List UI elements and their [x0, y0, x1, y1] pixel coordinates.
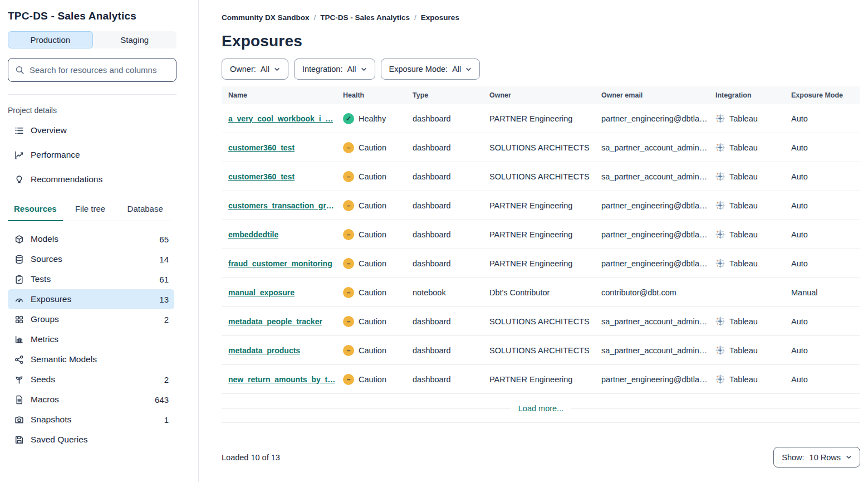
sidebar-divider — [8, 94, 176, 95]
sidebar-item-label: Performance — [31, 150, 80, 160]
exposure-name-link[interactable]: fraud_customer_monitoring — [228, 259, 332, 268]
owner-email-cell: partner_engineering@dbtla… — [595, 375, 709, 384]
exposure-mode-cell: Auto — [784, 375, 860, 384]
type-cell: dashboard — [406, 230, 483, 239]
tab-file-tree[interactable]: File tree — [63, 204, 118, 221]
column-header-exposure-mode[interactable]: Exposure Mode — [784, 91, 860, 99]
sidebar-item-saved-queries[interactable]: Saved Queries — [8, 430, 174, 450]
table-row: metadata_products – Caution dashboard SO… — [222, 336, 860, 365]
type-cell: dashboard — [406, 172, 483, 181]
tableau-icon — [715, 259, 725, 268]
load-more-link[interactable]: Load more... — [511, 404, 571, 413]
table-row: manual_exposure – Caution notebook Dbt's… — [222, 278, 860, 307]
owner-cell: PARTNER Engineering — [483, 259, 595, 268]
project-details-label: Project details — [8, 106, 190, 115]
exposure-name-link[interactable]: a_very_cool_workbook_i_… — [228, 114, 333, 123]
sidebar-item-metrics[interactable]: Metrics — [8, 329, 174, 349]
show-label: Show: — [782, 453, 804, 462]
grid-icon — [14, 315, 24, 324]
resource-count: 65 — [159, 235, 169, 244]
resource-count: 61 — [159, 275, 169, 284]
sidebar-item-label: Snapshots — [31, 415, 71, 425]
health-label: Caution — [359, 172, 386, 181]
exposure-name-link[interactable]: embeddedtile — [228, 230, 278, 239]
column-header-type[interactable]: Type — [406, 91, 483, 99]
tab-production[interactable]: Production — [8, 31, 93, 48]
exposure-name-link[interactable]: manual_exposure — [228, 288, 295, 297]
sidebar-item-models[interactable]: Models 65 — [8, 229, 174, 249]
resource-count: 2 — [164, 375, 169, 384]
exposure-name-link[interactable]: metadata_products — [228, 346, 300, 355]
sidebar-item-label: Overview — [31, 125, 67, 135]
rows-per-page-dropdown[interactable]: Show: 10 Rows — [773, 447, 860, 468]
exposure-name-link[interactable]: customers_transaction_gro… — [228, 201, 336, 210]
sidebar-item-exposures[interactable]: Exposures 13 — [8, 289, 174, 309]
sidebar-item-semantic-models[interactable]: Semantic Models — [8, 349, 174, 369]
sidebar-item-tests[interactable]: Tests 61 — [8, 269, 174, 289]
chart-line-icon — [14, 150, 24, 160]
sidebar-item-seeds[interactable]: Seeds 2 — [8, 369, 174, 390]
column-header-health[interactable]: Health — [336, 91, 406, 99]
exposure-mode-cell: Auto — [784, 114, 860, 123]
sidebar-item-label: Metrics — [31, 334, 58, 344]
health-label: Healthy — [359, 114, 386, 123]
clipboard-check-icon — [14, 275, 24, 284]
filter-value: All — [452, 65, 461, 74]
tableau-icon — [715, 143, 725, 152]
owner-filter-dropdown[interactable]: Owner: All — [222, 59, 288, 80]
sidebar-item-label: Saved Queries — [31, 435, 88, 445]
exposure-mode-cell: Manual — [784, 288, 860, 297]
breadcrumb-account[interactable]: Community DX Sandbox — [222, 13, 310, 22]
table-header-row: Name Health Type Owner Owner email Integ… — [222, 86, 860, 104]
tab-database[interactable]: Database — [117, 204, 173, 221]
type-cell: dashboard — [406, 259, 483, 268]
exposures-table: Name Health Type Owner Owner email Integ… — [222, 86, 860, 423]
exposure-name-link[interactable]: metadata_people_tracker — [228, 317, 322, 326]
sidebar-item-groups[interactable]: Groups 2 — [8, 309, 174, 329]
sidebar-item-label: Tests — [31, 274, 51, 284]
health-label: Caution — [359, 201, 386, 210]
exposure-name-link[interactable]: customer360_test — [228, 172, 295, 181]
exposure-mode-filter-dropdown[interactable]: Exposure Mode: All — [381, 59, 480, 80]
breadcrumb-project[interactable]: TPC-DS - Sales Analytics — [320, 13, 410, 22]
search-input[interactable] — [30, 65, 169, 75]
sidebar-item-label: Macros — [31, 395, 59, 405]
exposure-name-link[interactable]: new_return_amounts_by_t… — [228, 375, 335, 384]
column-header-name[interactable]: Name — [222, 91, 336, 99]
search-box[interactable] — [8, 58, 176, 82]
sidebar-item-performance[interactable]: Performance — [8, 143, 190, 167]
app-window: TPC-DS - Sales Analytics Production Stag… — [0, 0, 868, 482]
column-header-integration[interactable]: Integration — [709, 91, 784, 99]
sidebar-item-snapshots[interactable]: Snapshots 1 — [8, 410, 174, 430]
health-label: Caution — [359, 375, 386, 384]
owner-email-cell: partner_engineering@dbtla… — [595, 259, 709, 268]
sidebar-item-overview[interactable]: Overview — [8, 118, 190, 143]
column-header-owner[interactable]: Owner — [483, 91, 595, 99]
integration-label: Tableau — [729, 375, 758, 384]
health-label: Caution — [359, 346, 386, 355]
sidebar-item-sources[interactable]: Sources 14 — [8, 249, 174, 269]
sidebar-item-label: Seeds — [31, 374, 55, 384]
environment-toggle: Production Staging — [8, 31, 176, 48]
exposure-name-link[interactable]: customer360_test — [228, 143, 295, 152]
save-icon — [14, 435, 24, 445]
show-value: 10 Rows — [810, 453, 841, 462]
column-header-owner-email[interactable]: Owner email — [595, 91, 709, 99]
health-label: Caution — [359, 259, 386, 268]
filter-value: All — [347, 65, 356, 74]
table-row: fraud_customer_monitoring – Caution dash… — [222, 249, 860, 278]
load-more-row: Load more... — [222, 394, 860, 423]
sidebar-item-label: Exposures — [31, 294, 71, 304]
type-cell: dashboard — [406, 201, 483, 210]
tab-resources[interactable]: Resources — [8, 204, 63, 221]
health-status-icon: – — [343, 171, 354, 182]
sidebar-item-macros[interactable]: Macros 643 — [8, 390, 174, 410]
integration-filter-dropdown[interactable]: Integration: All — [294, 59, 375, 80]
exposure-mode-cell: Auto — [784, 172, 860, 181]
sidebar-item-recommendations[interactable]: Recommendations — [8, 167, 190, 192]
filter-label: Integration: — [302, 65, 343, 74]
owner-cell: SOLUTIONS ARCHITECTS — [483, 317, 595, 326]
list-icon — [14, 126, 24, 135]
tab-staging[interactable]: Staging — [93, 31, 177, 48]
health-status-icon: – — [343, 287, 354, 298]
